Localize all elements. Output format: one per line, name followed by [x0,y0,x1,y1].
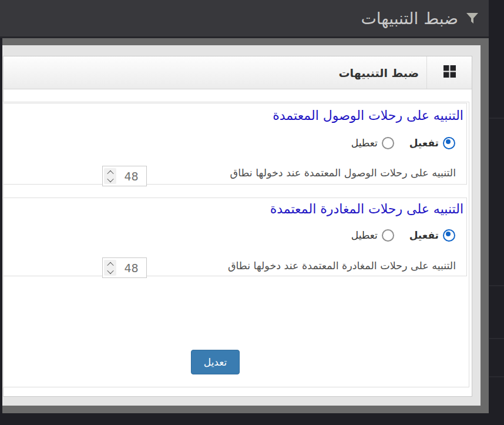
right-strip-separator [489,285,504,286]
enable-option[interactable]: تفعيل [409,229,455,242]
edit-submit-button[interactable]: تعديل [191,350,240,374]
spinner-down-icon[interactable] [107,175,113,182]
right-strip-separator [489,376,504,377]
panel-title: ضبط التنبيهات [331,66,426,79]
top-bar: ضبط التنبيهات [0,0,489,36]
disable-option[interactable]: تعطيل [351,229,394,242]
radio-row: تفعيل تعطيل [351,228,455,242]
panel-header-icon-box[interactable] [426,56,472,89]
disable-option[interactable]: تعطيل [351,137,394,149]
right-strip-separator [489,338,504,339]
filter-icon[interactable] [465,11,479,25]
section-departure-alert: التنبيه على رحلات المغادرة المعتمدة تفعي… [3,198,467,276]
section-heading: التنبيه على رحلات المغادرة المعتمدة [270,200,463,218]
range-input-box [102,257,147,278]
right-strip-separator [489,118,504,119]
disable-radio[interactable] [382,229,394,242]
radio-row: تفعيل تعطيل [351,136,455,150]
enable-radio-label[interactable]: تفعيل [409,137,439,149]
range-input[interactable] [116,169,146,183]
range-input-box [102,166,147,186]
number-spinner[interactable] [104,260,116,276]
range-label: التنبيه على رحلات الوصول المعتمدة عند دخ… [230,167,456,179]
grid-icon [443,65,456,80]
range-label: التنبيه على رحلات المغادرة المعتمدة عند … [228,260,456,272]
enable-option[interactable]: تفعيل [409,137,455,149]
enable-radio[interactable] [443,137,455,149]
range-input[interactable] [116,261,146,275]
enable-radio[interactable] [443,229,455,242]
settings-panel: ضبط التنبيهات التنبيه على رحلات الوصول ا… [3,56,472,397]
disable-radio-label[interactable]: تعطيل [351,229,378,241]
disable-radio-label[interactable]: تعطيل [351,137,378,149]
number-spinner[interactable] [104,168,116,184]
spinner-down-icon[interactable] [107,267,113,273]
section-arrival-alert: التنبيه على رحلات الوصول المعتمدة تفعيل … [3,103,467,185]
disable-radio[interactable] [382,137,394,149]
enable-radio-label[interactable]: تفعيل [409,229,439,241]
top-bar-title: ضبط التنبيهات [361,9,458,28]
panel-header: ضبط التنبيهات [4,56,472,89]
section-heading: التنبيه على رحلات الوصول المعتمدة [273,107,463,125]
